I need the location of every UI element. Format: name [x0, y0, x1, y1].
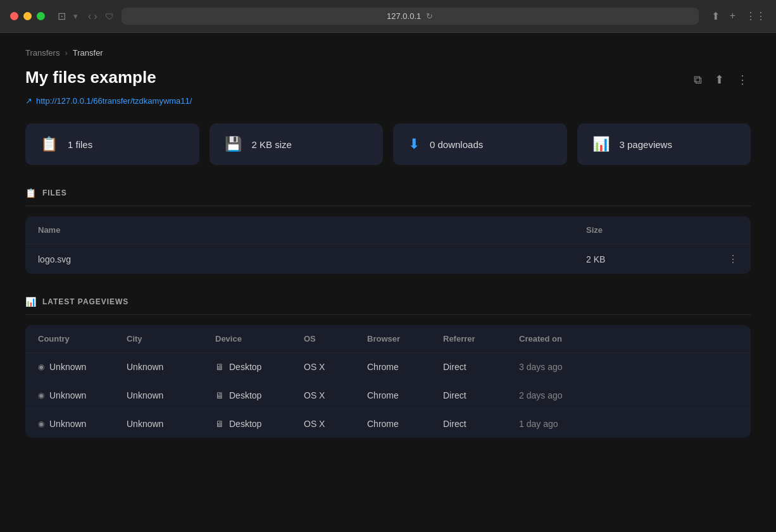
city-value: Unknown [127, 419, 215, 429]
referrer-value: Direct [443, 419, 519, 429]
share-button[interactable]: ⬆ [712, 70, 727, 89]
nav-arrows: ‹ › [88, 11, 97, 22]
created-on-value: 2 days ago [519, 390, 738, 400]
browser-value: Chrome [367, 362, 443, 372]
stat-files-value: 1 files [68, 139, 92, 150]
page-header-left: My files example [25, 68, 156, 92]
referrer-value: Direct [443, 362, 519, 372]
size-icon: 💾 [225, 136, 242, 152]
pageviews-icon: 📊 [592, 136, 610, 152]
page-header: My files example ⧉ ⬆ ⋮ [25, 68, 751, 92]
url-text: 127.0.0.1 [387, 11, 421, 21]
device-value: Desktop [229, 419, 261, 429]
col-os: OS [304, 334, 367, 343]
files-section-title: FILES [42, 189, 67, 197]
browser-value: Chrome [367, 390, 443, 400]
maximize-button[interactable] [37, 12, 45, 20]
shield-icon: 🛡 [105, 11, 114, 22]
flag-icon: ◉ [38, 362, 44, 371]
col-country: Country [38, 334, 127, 343]
referrer-value: Direct [443, 390, 519, 400]
transfer-link[interactable]: ↗ http://127.0.0.1/66transfer/tzdkamywma… [25, 96, 751, 106]
pageviews-section-header: 📊 LATEST PAGEVIEWS [25, 297, 751, 315]
copy-button[interactable]: ⧉ [691, 71, 704, 89]
flag-icon: ◉ [38, 391, 44, 400]
sidebar-chevron-icon[interactable]: ▾ [73, 11, 78, 21]
desktop-icon: 🖥 [215, 362, 224, 372]
url-bar[interactable]: 127.0.0.1 ↻ [122, 8, 699, 25]
page-header-right: ⧉ ⬆ ⋮ [691, 70, 751, 89]
country-cell: ◉ Unknown [38, 419, 127, 429]
city-value: Unknown [127, 362, 215, 372]
page-title: My files example [25, 68, 156, 87]
col-device: Device [215, 334, 304, 343]
share-icon[interactable]: ⬆ [711, 10, 720, 22]
col-city: City [127, 334, 215, 343]
col-created-on: Created on [519, 334, 738, 343]
pageviews-section-title: LATEST PAGEVIEWS [42, 297, 128, 306]
pageviews-section-icon: 📊 [25, 297, 36, 307]
external-link-icon: ↗ [25, 96, 32, 106]
breadcrumb-separator: › [65, 48, 67, 58]
device-value: Desktop [229, 390, 261, 400]
breadcrumb-parent[interactable]: Transfers [25, 48, 59, 58]
desktop-icon: 🖥 [215, 390, 224, 400]
file-name: logo.svg [38, 254, 586, 264]
sidebar-toggle-icon[interactable]: ⊡ [58, 10, 66, 22]
extensions-icon[interactable]: ⋮⋮ [746, 10, 766, 22]
col-referrer: Referrer [443, 334, 519, 343]
city-value: Unknown [127, 390, 215, 400]
col-size: Size [586, 225, 713, 235]
os-value: OS X [304, 390, 367, 400]
os-value: OS X [304, 362, 367, 372]
stat-card-files: 📋 1 files [25, 123, 199, 165]
traffic-lights [10, 12, 45, 20]
table-row: ◉ Unknown Unknown 🖥 Desktop OS X Chrome … [25, 353, 751, 381]
browser-actions: ⬆ + ⋮⋮ [711, 10, 766, 22]
stat-downloads-value: 0 downloads [430, 139, 483, 150]
stat-pageviews-value: 3 pageviews [620, 139, 672, 150]
device-cell: 🖥 Desktop [215, 362, 304, 372]
stat-card-pageviews: 📊 3 pageviews [577, 123, 751, 165]
pageviews-table: Country City Device OS Browser Referrer … [25, 325, 751, 438]
minimize-button[interactable] [23, 12, 32, 20]
created-on-value: 1 day ago [519, 419, 738, 429]
created-on-value: 3 days ago [519, 362, 738, 372]
device-cell: 🖥 Desktop [215, 419, 304, 429]
forward-button[interactable]: › [94, 11, 97, 22]
reload-icon[interactable]: ↻ [426, 11, 433, 21]
breadcrumb: Transfers › Transfer [25, 48, 751, 58]
file-actions-button[interactable]: ⋮ [713, 253, 738, 265]
files-section-header: 📋 FILES [25, 188, 751, 206]
files-icon: 📋 [41, 136, 58, 152]
downloads-icon: ⬇ [408, 136, 420, 152]
file-size: 2 KB [586, 254, 713, 264]
country-cell: ◉ Unknown [38, 390, 127, 400]
table-row: ◉ Unknown Unknown 🖥 Desktop OS X Chrome … [25, 381, 751, 410]
browser-value: Chrome [367, 419, 443, 429]
files-table-header: Name Size [25, 216, 751, 244]
country-value: Unknown [49, 419, 86, 429]
col-browser: Browser [367, 334, 443, 343]
stat-card-downloads: ⬇ 0 downloads [393, 123, 567, 165]
flag-icon: ◉ [38, 419, 44, 428]
desktop-icon: 🖥 [215, 419, 224, 429]
more-button[interactable]: ⋮ [734, 70, 751, 89]
table-row: ◉ Unknown Unknown 🖥 Desktop OS X Chrome … [25, 410, 751, 438]
files-section-icon: 📋 [25, 188, 36, 198]
country-cell: ◉ Unknown [38, 362, 127, 372]
country-value: Unknown [49, 362, 86, 372]
breadcrumb-current: Transfer [73, 48, 103, 58]
back-button[interactable]: ‹ [88, 11, 91, 22]
files-table: Name Size logo.svg 2 KB ⋮ [25, 216, 751, 274]
col-name: Name [38, 225, 586, 235]
new-tab-icon[interactable]: + [730, 10, 735, 22]
country-value: Unknown [49, 390, 86, 400]
table-row: logo.svg 2 KB ⋮ [25, 244, 751, 274]
pageviews-table-header: Country City Device OS Browser Referrer … [25, 325, 751, 353]
transfer-url: http://127.0.0.1/66transfer/tzdkamywma11… [36, 96, 192, 106]
browser-chrome: ⊡ ▾ ‹ › 🛡 127.0.0.1 ↻ ⬆ + ⋮⋮ [0, 0, 776, 33]
close-button[interactable] [10, 12, 18, 20]
stat-size-value: 2 KB size [252, 139, 292, 150]
page-content: Transfers › Transfer My files example ⧉ … [0, 33, 776, 532]
